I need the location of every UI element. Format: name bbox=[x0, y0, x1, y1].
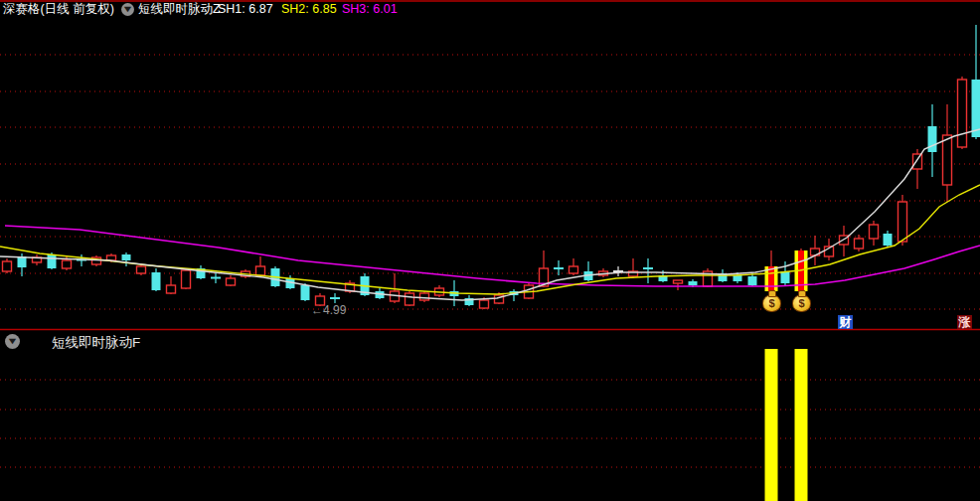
candlestick-chart-canvas bbox=[0, 0, 980, 501]
ma-line-white bbox=[0, 129, 980, 300]
trading-app-window: { "header": { "stock_title": "深赛格(日线 前复权… bbox=[0, 0, 980, 501]
candle-down bbox=[748, 276, 757, 285]
candle-up bbox=[137, 266, 146, 273]
money-bag-icon: $ bbox=[792, 294, 811, 312]
candle-up bbox=[898, 202, 907, 242]
candle-up bbox=[674, 280, 683, 283]
sub-indicator-bar bbox=[765, 349, 778, 501]
candle-up bbox=[943, 135, 952, 185]
candle-down bbox=[928, 126, 937, 152]
top-indicator-bar: 深赛格(日线 前复权) ▼ 短线即时脉动Z SH1: 6.87 SH2: 6.8… bbox=[0, 0, 980, 16]
sh1-value: SH1: 6.87 bbox=[218, 2, 273, 16]
stock-title: 深赛格(日线 前复权) bbox=[3, 2, 114, 16]
collapse-chevron-icon[interactable]: ▼ bbox=[121, 3, 134, 16]
money-bag-icon: $ bbox=[762, 294, 781, 312]
candle-down bbox=[734, 275, 742, 281]
candle-up bbox=[63, 260, 72, 268]
ma-line-yellow bbox=[0, 185, 980, 294]
candle-up bbox=[420, 293, 429, 300]
sub-indicator-name: 短线即时脉动F bbox=[52, 334, 140, 352]
candle-up bbox=[167, 285, 176, 293]
candle-up bbox=[570, 266, 578, 273]
main-indicator-name: 短线即时脉动Z bbox=[138, 2, 221, 16]
candle-down bbox=[972, 80, 980, 137]
candle-down bbox=[884, 234, 893, 246]
candle-down bbox=[152, 272, 161, 290]
sh2-value: SH2: 6.85 bbox=[281, 2, 337, 16]
candle-up bbox=[3, 261, 12, 271]
candle-down bbox=[18, 256, 27, 267]
candle-down bbox=[301, 285, 310, 300]
sub-indicator-bar bbox=[795, 349, 808, 501]
candle-down bbox=[122, 254, 131, 260]
candle-up bbox=[107, 255, 116, 260]
candle-up bbox=[870, 225, 879, 239]
badge-cai: 财 bbox=[838, 315, 853, 329]
candle-up bbox=[480, 300, 489, 308]
candle-up bbox=[913, 154, 922, 169]
sh3-value: SH3: 6.01 bbox=[342, 2, 398, 16]
candle-down bbox=[689, 281, 698, 285]
candle-down bbox=[781, 271, 790, 283]
collapse-chevron-icon[interactable]: ▼ bbox=[5, 334, 20, 349]
badge-zhang: 涨 bbox=[957, 315, 972, 329]
candle-up bbox=[227, 278, 236, 285]
candle-up bbox=[406, 293, 414, 305]
candle-up bbox=[855, 239, 864, 249]
candle-up bbox=[958, 80, 967, 147]
candle-down bbox=[48, 254, 57, 268]
candle-up bbox=[182, 270, 191, 288]
candle-up bbox=[256, 266, 265, 275]
low-price-annotation: ←4.99 bbox=[311, 303, 346, 317]
